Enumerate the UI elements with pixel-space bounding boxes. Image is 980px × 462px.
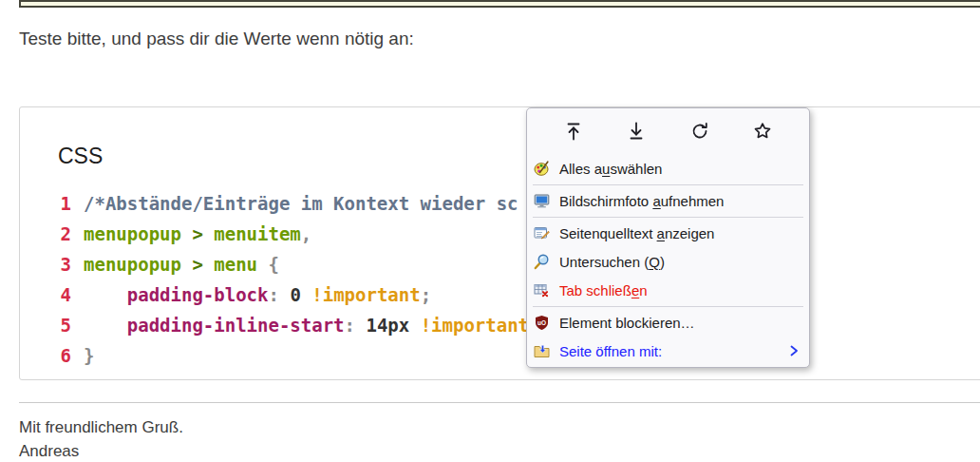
view-source-icon (534, 225, 550, 241)
palette-icon (534, 161, 550, 177)
screenshot-icon (534, 193, 550, 209)
menu-item-label: Seitenquelltext anzeigen (559, 225, 714, 241)
context-menu-nav-row (527, 110, 809, 154)
code-line-text: /*Abstände/Einträge im Kontext wieder sc (84, 188, 518, 219)
menu-item-take-screenshot[interactable]: Bildschirmfoto aufnehmen (527, 186, 809, 215)
code-line-number: 4 (32, 279, 84, 310)
code-line-text: } (84, 340, 94, 371)
menu-separator (533, 217, 803, 218)
menu-item-label: Seite öffnen mit: (559, 343, 662, 359)
code-line: 5 padding-inline-start: 14px !important; (32, 310, 980, 340)
context-menu: Alles auswählenBildschirmfoto aufnehmenS… (526, 107, 810, 368)
submenu-chevron-icon (788, 344, 800, 357)
bookmark-star-button[interactable] (747, 117, 778, 147)
code-line-text: menupopup > menu { (84, 249, 279, 279)
code-line-number: 1 (32, 188, 84, 219)
code-line-number: 3 (32, 249, 84, 279)
inspect-icon (534, 254, 550, 270)
menu-item-label: Bildschirmfoto aufnehmen (559, 193, 724, 209)
signature: Mit freundlichem Gruß. Andreas (19, 415, 183, 462)
menu-item-open-page-with[interactable]: Seite öffnen mit: (527, 337, 809, 365)
menu-item-label: Alles auswählen (559, 161, 662, 177)
menu-item-block-element[interactable]: uOElement blockieren… (527, 308, 809, 337)
code-line-text: padding-block: 0 !important; (84, 279, 431, 310)
code-line-number: 2 (32, 219, 84, 249)
code-line: 4 padding-block: 0 !important; (32, 279, 980, 310)
menu-item-close-tab[interactable]: Tab schließen (527, 276, 809, 304)
menu-item-select-all[interactable]: Alles auswählen (527, 154, 809, 183)
code-language-label: CSS (58, 144, 103, 169)
code-line-text: menupopup > menuitem, (84, 219, 311, 249)
ublock-shield-icon: uO (534, 315, 550, 331)
signature-name: Andreas (19, 442, 79, 460)
menu-separator (533, 184, 803, 185)
reload-button[interactable] (685, 117, 715, 147)
code-line-number: 6 (32, 340, 84, 371)
open-with-folder-icon (534, 343, 550, 359)
code-lines: 1/*Abstände/Einträge im Kontext wieder s… (32, 188, 980, 371)
intro-text: Teste bitte, und pass dir die Werte wenn… (19, 27, 414, 51)
code-line: 6} (32, 340, 980, 371)
bookmark-star-icon (752, 121, 773, 144)
reload-icon (689, 121, 710, 144)
menu-item-label: Element blockieren… (559, 315, 695, 331)
menu-separator (533, 306, 803, 307)
menu-item-label: Untersuchen (Q) (559, 254, 665, 270)
code-line-number: 5 (32, 310, 84, 340)
code-panel: CSS 1/*Abstände/Einträge im Kontext wied… (19, 106, 980, 380)
svg-text:uO: uO (537, 318, 546, 325)
menu-item-inspect[interactable]: Untersuchen (Q) (527, 247, 809, 276)
scroll-to-bottom-icon (626, 121, 647, 144)
signature-divider (19, 402, 980, 403)
scroll-to-top-button[interactable] (558, 117, 589, 147)
code-line: 2menupopup > menuitem, (32, 219, 980, 249)
code-line-text: padding-inline-start: 14px !important; (84, 310, 540, 340)
close-tab-icon (534, 282, 550, 298)
menu-item-label: Tab schließen (559, 282, 648, 298)
context-menu-items: Alles auswählenBildschirmfoto aufnehmenS… (527, 154, 809, 365)
menu-item-view-page-source[interactable]: Seitenquelltext anzeigen (527, 219, 809, 247)
quote-box-bottom-edge (19, 0, 980, 8)
scroll-to-bottom-button[interactable] (621, 117, 651, 147)
signature-greeting: Mit freundlichem Gruß. (19, 418, 183, 436)
code-line: 1/*Abstände/Einträge im Kontext wieder s… (32, 188, 980, 219)
scroll-to-top-icon (563, 121, 584, 144)
code-line: 3menupopup > menu { (32, 249, 980, 279)
